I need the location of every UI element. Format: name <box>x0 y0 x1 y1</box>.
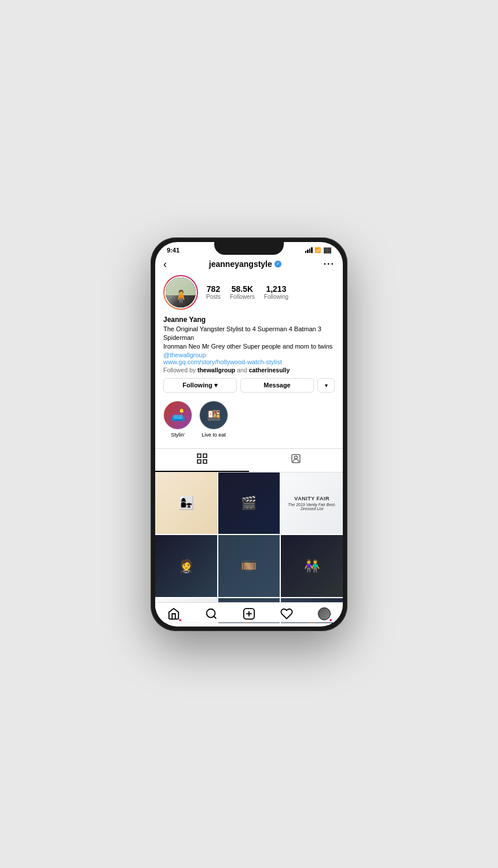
grid-icon <box>197 453 207 466</box>
nav-profile[interactable] <box>318 608 331 621</box>
following-arrow: ▾ <box>214 382 218 389</box>
tag-icon <box>291 453 301 466</box>
highlight-image-2: 🍱 <box>200 401 228 429</box>
bio-line-2: Ironman Neo Mr Grey other Super people a… <box>163 343 332 350</box>
more-options-button[interactable]: ··· <box>324 259 335 269</box>
bio-text: The Original Yangster Stylist to 4 Super… <box>163 325 335 351</box>
highlight-label-1: Stylin' <box>171 432 185 438</box>
message-button[interactable]: Message <box>240 378 314 393</box>
highlight-circle-1: 🛋️ <box>163 401 192 430</box>
and-text: and <box>237 367 247 373</box>
highlight-2[interactable]: 🍱 Live to eat <box>199 401 228 438</box>
highlight-label-2: Live to eat <box>202 432 226 438</box>
posts-label: Posts <box>206 294 221 300</box>
posts-stat[interactable]: 782 Posts <box>206 284 221 300</box>
svg-rect-2 <box>197 460 201 463</box>
posts-count: 782 <box>207 284 220 294</box>
highlight-image-1: 🛋️ <box>164 401 192 429</box>
back-button[interactable]: ‹ <box>163 258 167 270</box>
home-dot <box>179 620 181 622</box>
avatar <box>164 276 197 309</box>
phone-screen: 9:41 📶 ▓▓ ‹ jeanneyangstyle ✓ <box>155 242 343 627</box>
avatar-ring[interactable] <box>163 275 198 310</box>
following-label: Following <box>182 382 212 389</box>
verified-badge: ✓ <box>274 261 281 268</box>
status-time: 9:41 <box>167 247 180 254</box>
stats-row: 782 Posts 58.5K Followers 1,213 Followin… <box>206 284 335 300</box>
grid-photo-6[interactable]: 👫 <box>281 535 343 597</box>
follower-1[interactable]: thewallgroup <box>197 367 235 373</box>
svg-rect-3 <box>203 460 207 463</box>
action-buttons: Following ▾ Message ▾ <box>163 378 335 393</box>
tagged-tab[interactable] <box>249 449 343 472</box>
nav-avatar <box>318 608 331 621</box>
following-stat[interactable]: 1,213 Following <box>264 284 288 300</box>
notch <box>214 242 284 255</box>
svg-rect-0 <box>197 454 201 457</box>
svg-line-7 <box>214 617 216 619</box>
profile-dot <box>329 620 332 622</box>
heart-icon <box>280 608 293 621</box>
followed-by-text: Followed by <box>163 367 196 373</box>
bio-section: Jeanne Yang The Original Yangster Stylis… <box>163 316 335 373</box>
followers-label: Followers <box>230 294 255 300</box>
following-label: Following <box>264 294 288 300</box>
follower-2[interactable]: catherinesully <box>249 367 290 373</box>
nav-activity[interactable] <box>280 608 293 621</box>
dropdown-button[interactable]: ▾ <box>317 378 335 393</box>
signal-icon <box>305 247 313 253</box>
grid-photo-1[interactable]: 👩‍👧 <box>155 473 217 534</box>
screen-content: ‹ jeanneyangstyle ✓ ··· <box>155 255 343 623</box>
username-text: jeanneyangstyle <box>209 259 272 269</box>
followers-stat[interactable]: 58.5K Followers <box>230 284 255 300</box>
followers-count: 58.5K <box>232 284 253 294</box>
add-icon <box>243 608 255 621</box>
home-icon <box>167 608 180 621</box>
profile-section: 782 Posts 58.5K Followers 1,213 Followin… <box>155 273 343 448</box>
nav-add[interactable] <box>243 608 255 621</box>
following-button[interactable]: Following ▾ <box>163 378 237 393</box>
grid-photo-3[interactable]: VANITY FAIR The 2019 Vanity Fair Best-Dr… <box>281 473 343 534</box>
search-icon <box>205 608 218 621</box>
nav-home[interactable] <box>167 608 180 621</box>
svg-point-6 <box>207 609 215 618</box>
bio-line-1: The Original Yangster Stylist to 4 Super… <box>163 325 321 341</box>
nav-search[interactable] <box>205 608 218 621</box>
svg-point-5 <box>295 456 298 459</box>
avatar-image <box>166 277 196 307</box>
wifi-icon: 📶 <box>314 247 321 253</box>
highlights-row: 🛋️ Stylin' 🍱 Live to eat <box>163 398 335 444</box>
header-username: jeanneyangstyle ✓ <box>209 259 281 269</box>
highlight-1[interactable]: 🛋️ Stylin' <box>163 401 192 438</box>
phone-frame: 9:41 📶 ▓▓ ‹ jeanneyangstyle ✓ <box>151 237 347 631</box>
photo-grid: 👩‍👧 🎬 VANITY FAIR The 2019 Vanity Fair B… <box>155 473 343 623</box>
battery-icon: ▓▓ <box>324 247 331 253</box>
highlight-circle-2: 🍱 <box>199 401 228 430</box>
profile-link-1[interactable]: @thewallgroup <box>163 351 335 358</box>
grid-photo-4[interactable]: 🤵 <box>155 535 217 597</box>
following-count: 1,213 <box>266 284 286 294</box>
followed-by: Followed by thewallgroup and catherinesu… <box>163 367 335 373</box>
profile-top: 782 Posts 58.5K Followers 1,213 Followin… <box>163 275 335 310</box>
grid-photo-2[interactable]: 🎬 <box>218 473 280 534</box>
profile-header: ‹ jeanneyangstyle ✓ ··· <box>155 255 343 273</box>
grid-photo-5[interactable]: 🎞️ <box>218 535 280 597</box>
grid-tab[interactable] <box>155 449 249 472</box>
profile-link-2[interactable]: www.gq.com/story/hollywood-watch-stylist <box>163 358 335 365</box>
status-icons: 📶 ▓▓ <box>305 247 331 253</box>
content-tabs <box>155 448 343 473</box>
profile-name: Jeanne Yang <box>163 316 335 324</box>
svg-rect-1 <box>203 454 207 457</box>
bottom-nav <box>155 603 343 623</box>
